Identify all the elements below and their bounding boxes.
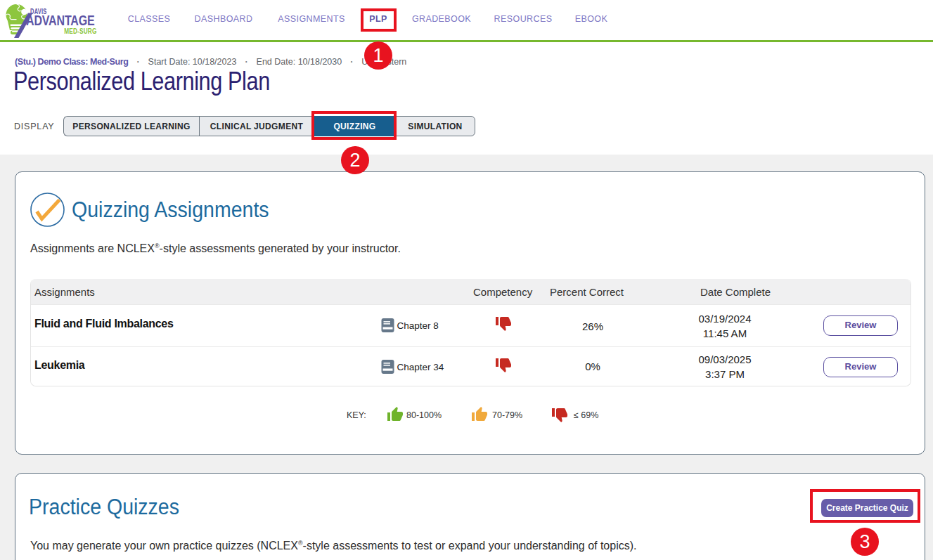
svg-text:MED-SURG: MED-SURG [64,26,96,35]
